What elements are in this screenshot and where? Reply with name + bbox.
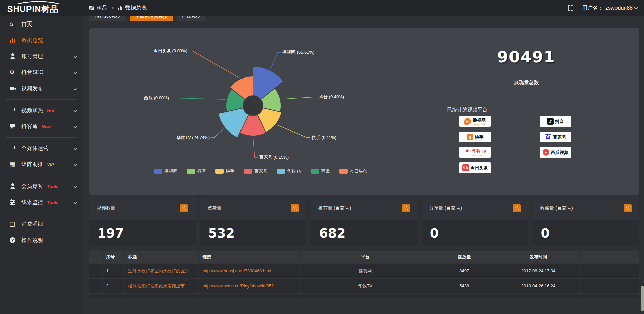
sidebar-item-11[interactable]: ▦矩阵助推VIP: [0, 156, 83, 172]
video-icon: [9, 86, 17, 92]
platform-badge-toutiao: 头条今日头条: [459, 162, 491, 173]
platform-name: 今日头条: [471, 165, 488, 170]
legend-item-4[interactable]: 百家号: [244, 168, 267, 174]
row-title-link[interactable]: 楼体投影灯投影效果震撼上市: [124, 278, 199, 294]
legend-item-1[interactable]: 播视网: [154, 168, 177, 174]
douyin-logo-icon: ♪: [547, 118, 554, 125]
legend-item-5[interactable]: 华数TV: [277, 168, 302, 174]
stat-card-header: 分享量 (百家号)总: [422, 196, 528, 220]
stat-card-1: 视频数量总197: [89, 196, 196, 245]
stat-card-value: 0: [533, 220, 639, 241]
sidebar-item-label: 账号管理: [21, 53, 43, 60]
row-url-link[interactable]: http://www.wasu.cn/Play/show/id/952...: [199, 278, 299, 294]
sidebar-item-8[interactable]: 抖客通New: [0, 118, 83, 135]
sidebar-item-17[interactable]: ?操作说明: [0, 232, 83, 248]
grid-icon: ▦: [9, 161, 17, 167]
row-checkbox-cell: [89, 263, 102, 278]
videos-table: 序号标题链接平台播放量发布时间 1室外水纹灯和室内水纹灯的区别和简介http:/…: [89, 251, 639, 298]
sidebar-item-7[interactable]: 视频加热Hot: [0, 102, 83, 118]
row-index: 1: [102, 263, 124, 278]
chevron-down-icon: [74, 55, 77, 58]
stat-card-value: 197: [89, 220, 196, 241]
question-icon: ?: [9, 237, 17, 243]
sidebar-item-1[interactable]: ⌂首页: [0, 16, 83, 32]
sidebar-item-10[interactable]: 全媒体运营: [0, 140, 83, 156]
sidebar-item-14[interactable]: 线索监控Tools: [0, 194, 83, 210]
legend-swatch: [339, 169, 348, 174]
table-row-partial: [89, 294, 639, 298]
pie-label: 百家号 (0.15%): [259, 155, 289, 160]
scrollbar-thumb[interactable]: [641, 286, 644, 311]
platform-badge-text: 快手: [475, 134, 484, 140]
pie-label: 播视网 (65.61%): [282, 50, 314, 55]
pie-label-line: [253, 137, 258, 157]
sidebar-item-16[interactable]: ▤消费明细: [0, 216, 83, 232]
row-date: 2018-04-26 16:24: [497, 278, 580, 294]
stat-card-5: 收藏量 (百家号)总0: [533, 196, 639, 245]
breadcrumb-current[interactable]: 数据总览: [125, 5, 147, 12]
table-header-5: 播放量: [431, 251, 497, 263]
app-logo[interactable]: SHUPIN树品: [0, 0, 83, 16]
breadcrumb-root[interactable]: 树品: [97, 5, 107, 12]
row-checkbox-cell: [89, 278, 102, 294]
sidebar-item-13[interactable]: 会员爆客Tools: [0, 178, 83, 194]
sidebar-item-label: 抖音SEO: [21, 69, 44, 76]
platform-badge-text: 百家号: [553, 134, 566, 140]
receipt-icon: ▤: [9, 221, 17, 227]
stub-cell: [431, 294, 497, 298]
row-platform: 播视网: [299, 263, 431, 278]
stub-cell: [124, 294, 199, 298]
row-platform: 华数TV: [299, 278, 431, 294]
sidebar-item-label: 首页: [21, 21, 32, 28]
videos-table-panel: 序号标题链接平台播放量发布时间 1室外水纹灯和室内水纹灯的区别和简介http:/…: [89, 251, 639, 298]
legend-item-6[interactable]: 西瓜: [311, 168, 330, 174]
legend-label: 百家号: [254, 168, 267, 174]
row-extra-cell: [580, 263, 639, 278]
sidebar: ⌂首页数据总览账号管理⚙抖音SEO视频发布视频加热Hot抖客通New全媒体运营▦…: [0, 16, 83, 314]
platform-name: 华数TV: [472, 149, 486, 154]
row-url-link[interactable]: http://www.boosj.com/7338468.html: [199, 263, 299, 278]
row-title-link[interactable]: 室外水纹灯和室内水纹灯的区别和简介: [124, 263, 199, 278]
sidebar-item-2[interactable]: 数据总览: [0, 32, 83, 48]
platform-pie-chart: 播视网 (65.61%)抖音 (9.40%)快手 (0.11%)百家号 (0.1…: [89, 28, 412, 186]
legend-item-3[interactable]: 快手: [215, 168, 234, 174]
table-header-2: 标题: [124, 251, 199, 263]
platform-subtext: boosj.com: [473, 123, 486, 126]
pie-legend: 播视网抖音快手百家号华数TV西瓜今日头条: [109, 168, 412, 174]
table-header-1: 序号: [102, 251, 124, 263]
username-label: 用户名：: [582, 5, 603, 12]
breadcrumb-separator: >: [111, 5, 114, 11]
user-menu[interactable]: 用户名： zswodun88: [582, 5, 637, 12]
stub-cell: [580, 294, 639, 298]
top-bar: SHUPIN树品 树品 > 数据总览 用户名： zswodun88: [0, 0, 644, 16]
platform-badge-text: 播视网boosj.com: [473, 117, 486, 126]
row-index: 2: [102, 278, 124, 294]
chevron-down-icon: [74, 87, 77, 90]
chevron-down-icon: [74, 201, 77, 204]
sidebar-item-3[interactable]: 账号管理: [0, 48, 83, 64]
platform-badge-text: 今日头条: [471, 165, 488, 171]
stat-card-label: 收藏量 (百家号): [540, 205, 573, 211]
fullscreen-icon[interactable]: [568, 5, 573, 11]
sidebar-item-badge: Hot: [47, 108, 54, 113]
username-value: zswodun88: [605, 5, 633, 11]
total-badge: 总: [513, 204, 521, 212]
legend-item-7[interactable]: 今日头条: [339, 168, 367, 174]
platforms-label: 已统计的视频平台:: [447, 107, 489, 113]
sidebar-item-label: 全媒体运营: [21, 145, 48, 152]
chevron-down-icon: [634, 5, 638, 9]
breadcrumb: 树品 > 数据总览: [83, 5, 147, 12]
stat-card-3: 推荐量 (百家号)总682: [311, 196, 417, 245]
stat-card-2: 点赞量总532: [200, 196, 307, 245]
sidebar-item-5[interactable]: 视频发布: [0, 81, 83, 97]
platform-name: 快手: [475, 135, 484, 140]
boosj-logo-icon: ▶: [464, 118, 471, 125]
platform-name: 抖音: [555, 119, 564, 124]
stat-card-4: 分享量 (百家号)总0: [422, 196, 528, 245]
sidebar-item-4[interactable]: ⚙抖音SEO: [0, 64, 83, 81]
table-header-6: 发布时间: [497, 251, 580, 263]
sidebar-item-badge: VIP: [47, 162, 54, 167]
legend-item-2[interactable]: 抖音: [187, 168, 206, 174]
pie-label-line: [211, 129, 224, 138]
legend-label: 今日头条: [350, 168, 367, 174]
